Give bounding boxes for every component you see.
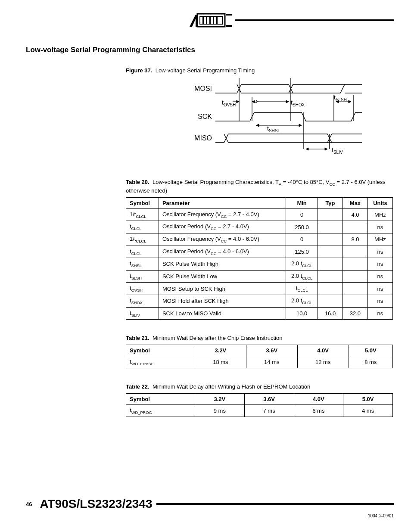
doc-code: 1004D–09/01 — [26, 513, 394, 518]
table21-caption: Table 21. Minimum Wait Delay after the C… — [126, 334, 394, 342]
svg-marker-2 — [190, 15, 197, 27]
page-footer: 46 AT90S/LS2323/2343 1004D–09/01 — [26, 497, 394, 518]
svg-rect-4 — [206, 16, 207, 24]
table-row: tCLCLOscillator Period (VCC = 2.7 - 4.0V… — [126, 221, 393, 233]
figure37-text: Low-voltage Serial Programming Timing — [156, 67, 255, 74]
svg-text:tSHOX: tSHOX — [291, 99, 305, 107]
svg-marker-31 — [306, 148, 308, 150]
table-row: tSLSHSCK Pulse Width Low2.0 tCLCLns — [126, 270, 393, 283]
table20-label: Table 20. — [126, 179, 149, 185]
atmel-logo-icon — [190, 13, 233, 28]
table22: Symbol 3.2V 3.6V 4.0V 5.0V tWD_PROG 9 ms… — [126, 393, 393, 417]
figure37-caption: Figure 37. Low-voltage Serial Programmin… — [126, 67, 394, 74]
table20-caption: Table 20. Low-voltage Serial Programming… — [126, 178, 394, 195]
svg-rect-5 — [209, 16, 211, 24]
table-header-row: Symbol Parameter Min Typ Max Units — [126, 197, 393, 208]
timing-diagram: MOSI SCK MISO tOVSH tSHOX tSLSH tSHSL tS… — [181, 78, 394, 161]
svg-marker-32 — [325, 148, 327, 150]
table22-caption: Table 22. Minimum Wait Delay after Writi… — [126, 383, 394, 391]
table-row: tWD_PROG 9 ms 7 ms 6 ms 4 ms — [126, 404, 393, 417]
section-title: Low-voltage Serial Programming Character… — [26, 46, 394, 54]
table-row: 1/tCLCLOscillator Frequency (VCC = 2.7 -… — [126, 208, 393, 221]
svg-text:tOVSH: tOVSH — [222, 99, 236, 107]
table-row: tWD_ERASE 18 ms 14 ms 12 ms 8 ms — [126, 356, 393, 368]
table-row: tSHOXMOSI Hold after SCK High2.0 tCLCLns — [126, 295, 393, 307]
svg-rect-8 — [226, 14, 232, 16]
table-row: tSHSLSCK Pulse Width High2.0 tCLCLns — [126, 258, 393, 271]
svg-text:tSHSL: tSHSL — [267, 125, 280, 133]
table-row: tSLIVSCK Low to MISO Valid10.016.032.0ns — [126, 307, 393, 320]
table21-label: Table 21. — [126, 335, 149, 341]
table-row: 1/tCLCLOscillator Frequency (VCC = 4.0 -… — [126, 233, 393, 246]
svg-text:tSLIV: tSLIV — [332, 146, 343, 155]
svg-marker-29 — [299, 124, 302, 127]
footer-rule — [156, 503, 394, 505]
table22-label: Table 22. — [126, 383, 149, 390]
table-row: tOVSHMOSI Setup to SCK HightCLCLns — [126, 283, 393, 295]
svg-rect-3 — [202, 16, 204, 24]
table-header-row: Symbol 3.2V 3.6V 4.0V 5.0V — [126, 345, 393, 356]
header-logo-row — [190, 13, 394, 28]
device-name: AT90S/LS2323/2343 — [40, 497, 152, 511]
svg-rect-0 — [197, 14, 225, 27]
page-number: 46 — [26, 501, 32, 507]
svg-text:tSLSH: tSLSH — [334, 94, 347, 102]
table21: Symbol 3.2V 3.6V 4.0V 5.0V tWD_ERASE 18 … — [126, 345, 393, 369]
figure37-label: Figure 37. — [126, 67, 152, 74]
svg-rect-9 — [226, 25, 232, 27]
table20: Symbol Parameter Min Typ Max Units 1/tCL… — [126, 197, 393, 320]
svg-marker-18 — [237, 100, 239, 103]
svg-marker-26 — [349, 100, 351, 103]
signal-miso: MISO — [194, 134, 212, 142]
table-row: tCLCLOscillator Period (VCC = 4.0 - 6.0V… — [126, 246, 393, 258]
svg-rect-7 — [216, 16, 218, 24]
table-header-row: Symbol 3.2V 3.6V 4.0V 5.0V — [126, 393, 393, 404]
svg-marker-22 — [286, 100, 289, 103]
signal-sck: SCK — [198, 113, 212, 120]
svg-marker-28 — [256, 124, 259, 127]
svg-rect-6 — [213, 16, 214, 24]
signal-mosi: MOSI — [194, 85, 212, 92]
header-rule — [235, 19, 394, 21]
